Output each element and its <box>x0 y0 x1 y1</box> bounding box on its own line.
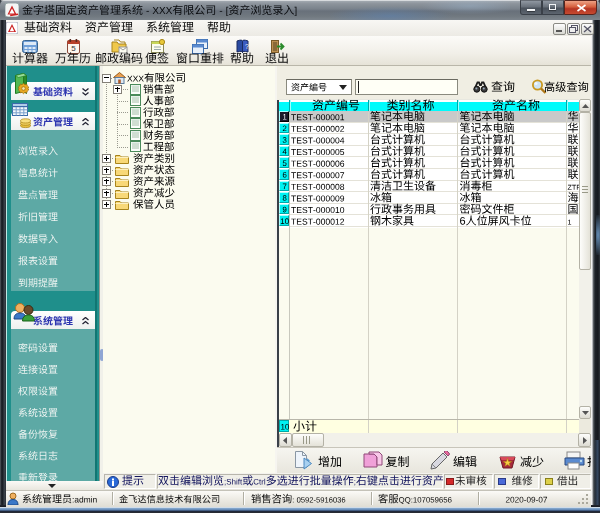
svg-text:5: 5 <box>71 44 76 53</box>
svg-text:?: ? <box>245 43 249 50</box>
